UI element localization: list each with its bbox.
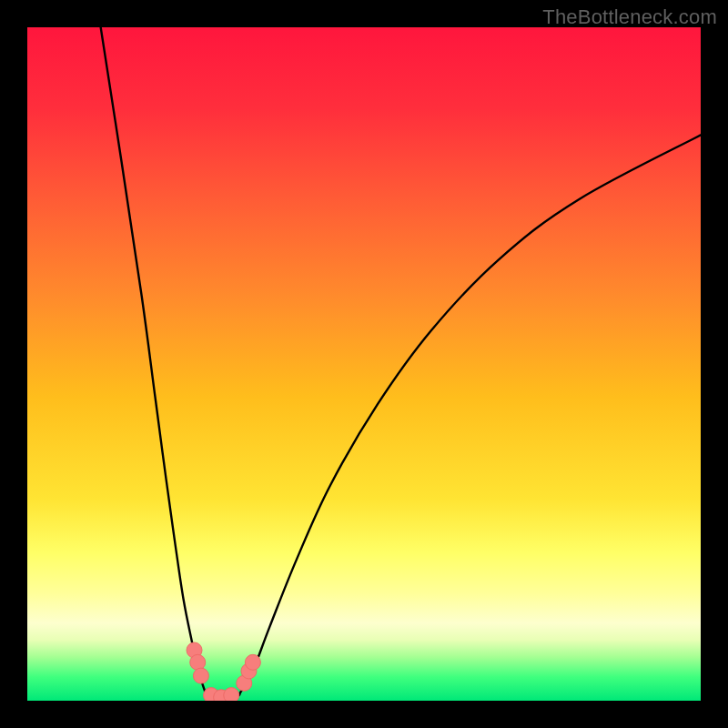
curve-marker xyxy=(193,668,208,683)
curve-layer xyxy=(27,27,701,701)
curve-marker xyxy=(224,688,239,701)
chart-frame: TheBottleneck.com xyxy=(0,0,728,728)
curve-marker xyxy=(190,654,206,670)
watermark-text: TheBottleneck.com xyxy=(542,5,717,29)
curve-marker xyxy=(245,654,260,670)
curve-markers xyxy=(187,642,260,701)
plot-area xyxy=(27,27,701,701)
bottleneck-curve xyxy=(101,27,701,700)
